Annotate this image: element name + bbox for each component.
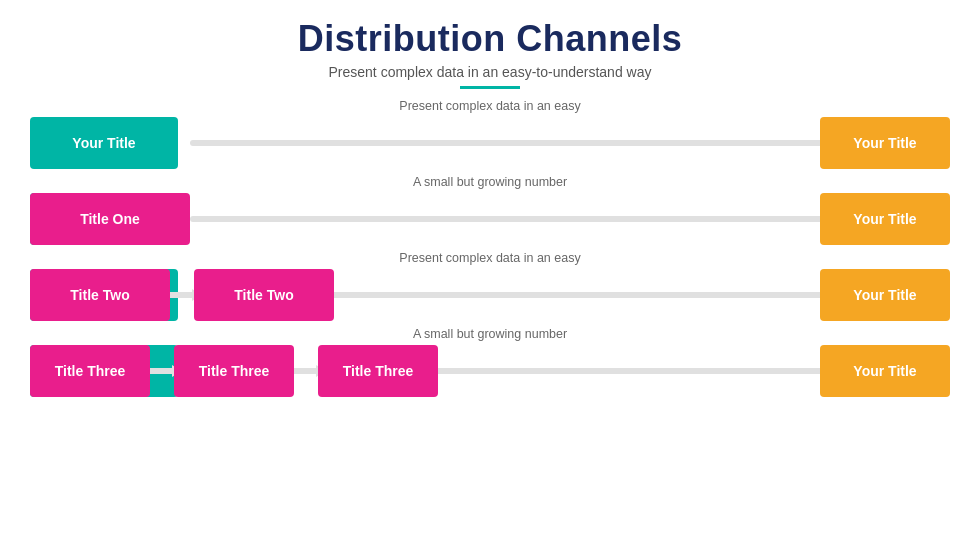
flow-row-0: Your TitleYour Title	[30, 117, 950, 169]
middle-box-2-0: Title Two	[30, 269, 170, 321]
row-label-2: Present complex data in an easy	[30, 251, 950, 265]
page-subtitle: Present complex data in an easy-to-under…	[30, 64, 950, 80]
page-title: Distribution Channels	[30, 18, 950, 60]
header-divider	[460, 86, 520, 89]
middle-boxes-1: Title One	[30, 193, 190, 245]
middle-box-2-1: Title Two	[194, 269, 334, 321]
right-box-3: Your Title	[820, 345, 950, 397]
header: Distribution Channels Present complex da…	[30, 18, 950, 89]
mid-arrow-3-1	[150, 368, 174, 374]
flow-row-2: Your TitleTitle TwoTitle TwoYour Title	[30, 269, 950, 321]
rows-container: Present complex data in an easyYour Titl…	[30, 99, 950, 397]
page: Distribution Channels Present complex da…	[0, 0, 980, 551]
flow-row-3: Your TitleTitle ThreeTitle ThreeTitle Th…	[30, 345, 950, 397]
middle-boxes-2: Title TwoTitle Two	[30, 269, 334, 321]
arrow-line-0	[190, 140, 840, 146]
row-label-0: Present complex data in an easy	[30, 99, 950, 113]
right-box-1: Your Title	[820, 193, 950, 245]
middle-boxes-3: Title ThreeTitle ThreeTitle Three	[30, 345, 438, 397]
middle-box-3-2: Title Three	[318, 345, 438, 397]
flow-row-1: Your TitleTitle OneYour Title	[30, 193, 950, 245]
middle-box-3-0: Title Three	[30, 345, 150, 397]
mid-arrow-3-2	[294, 368, 318, 374]
row-label-3: A small but growing number	[30, 327, 950, 341]
right-box-2: Your Title	[820, 269, 950, 321]
right-box-0: Your Title	[820, 117, 950, 169]
arrow-line-1	[190, 216, 840, 222]
mid-arrow-2-1	[170, 292, 194, 298]
middle-box-1-0: Title One	[30, 193, 190, 245]
left-box-0: Your Title	[30, 117, 178, 169]
middle-box-3-1: Title Three	[174, 345, 294, 397]
row-label-1: A small but growing number	[30, 175, 950, 189]
